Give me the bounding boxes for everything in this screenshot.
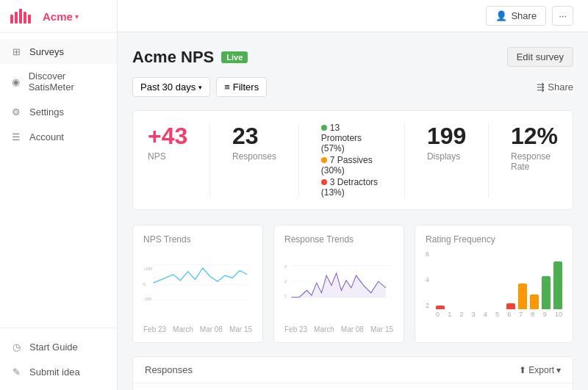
passives-dot	[321, 157, 327, 163]
tab-passives[interactable]: Passives (14)	[237, 383, 329, 390]
response-rate-label: Response Rate	[511, 151, 558, 172]
period-selector[interactable]: Past 30 days ▾	[132, 77, 210, 97]
svg-rect-0	[10, 15, 13, 24]
share-label: Share	[511, 10, 537, 21]
edit-survey-button[interactable]: Edit survey	[507, 47, 573, 67]
detractors-dot	[321, 179, 327, 185]
x-8: 8	[531, 311, 535, 318]
svg-rect-3	[24, 12, 26, 24]
sidebar-item-discover[interactable]: ◉ Discover SatisMeter	[0, 64, 117, 99]
promoters-dot	[321, 125, 327, 131]
promoters-row: 13 Promoters (57%)	[321, 123, 382, 154]
svg-marker-17	[291, 273, 385, 297]
satismeter-logo-icon	[10, 9, 37, 24]
logo-area[interactable]: Acme ▾	[0, 0, 117, 33]
bar-9	[542, 276, 551, 309]
filter-label: Filters	[233, 82, 259, 93]
tab-commented[interactable]: Commented (10)	[421, 383, 526, 390]
svg-text:3: 3	[284, 264, 287, 269]
bar-6	[506, 303, 515, 309]
export-icon: ⬆	[519, 365, 526, 375]
sidebar-item-start-guide[interactable]: ◷ Start Guide	[0, 334, 117, 359]
sidebar-settings-label: Settings	[29, 106, 64, 118]
response-trends-area: 3 2 1	[284, 250, 393, 324]
divider-2	[298, 123, 299, 198]
share-icon: 👤	[495, 10, 507, 21]
sidebar-account-label: Account	[29, 131, 64, 142]
responses-label: Responses	[232, 151, 276, 162]
nps-trends-svg: +100 0 -100	[143, 250, 252, 313]
svg-text:+100: +100	[143, 267, 152, 271]
main-nav: ⊞ Surveys ◉ Discover SatisMeter ⚙ Settin…	[0, 33, 117, 328]
sidebar-surveys-label: Surveys	[29, 46, 64, 57]
sidebar-discover-label: Discover SatisMeter	[29, 71, 107, 93]
bar-8	[530, 295, 539, 309]
tab-detractors[interactable]: Detractors (6)	[329, 383, 421, 390]
divider-1	[209, 123, 210, 198]
sidebar-item-account[interactable]: ☰ Account	[0, 124, 117, 149]
rating-freq-bars: 6 4 2	[426, 250, 562, 309]
response-trends-x-labels: Feb 23 March Mar 08 Mar 15	[284, 325, 393, 333]
account-icon: ☰	[10, 131, 22, 142]
response-trends-svg: 3 2 1	[284, 250, 393, 313]
sidebar-item-settings[interactable]: ⚙ Settings	[0, 99, 117, 124]
nps-x-0: Feb 23	[143, 325, 166, 333]
x-10: 10	[555, 311, 562, 318]
rt-x-3: Mar 15	[370, 325, 393, 333]
nps-trends-title: NPS Trends	[143, 234, 252, 245]
stat-nps: +43 NPS	[148, 123, 187, 162]
period-chevron-icon: ▾	[198, 84, 202, 91]
bar-7	[518, 284, 527, 309]
nps-x-3: Mar 15	[229, 325, 252, 333]
page-title: Acme NPS	[132, 48, 214, 67]
live-badge: Live	[221, 51, 248, 63]
filter-icon: ≡	[224, 82, 230, 93]
page-header: Acme NPS Live Edit survey	[132, 47, 573, 67]
guide-icon: ◷	[10, 341, 22, 353]
x-6: 6	[507, 311, 511, 318]
nps-trends-chart: NPS Trends +100 0 -100 Feb 23 March	[132, 225, 263, 343]
divider-4	[488, 123, 489, 198]
svg-text:2: 2	[284, 279, 287, 284]
period-label: Past 30 days	[140, 82, 196, 93]
responses-title: Responses	[145, 364, 193, 375]
response-trends-chart: Response Trends 3 2 1 Feb 23 M	[273, 225, 404, 343]
promoters-breakdown: 13 Promoters (57%) 7 Passives (30%) 3 De…	[321, 123, 382, 198]
export-button[interactable]: ⬆ Export ▾	[519, 365, 561, 375]
y-4: 4	[426, 276, 429, 284]
share-button[interactable]: 👤 Share	[486, 6, 546, 26]
account-dropdown-icon[interactable]: ▾	[75, 12, 79, 21]
divider-3	[404, 123, 405, 198]
response-trends-title: Response Trends	[284, 234, 393, 245]
start-guide-label: Start Guide	[29, 342, 78, 353]
passives-row: 7 Passives (30%)	[321, 155, 382, 176]
nps-label: NPS	[148, 151, 166, 162]
sidebar-item-submit-idea[interactable]: ✎ Submit idea	[0, 359, 117, 384]
more-button[interactable]: ···	[552, 6, 573, 26]
settings-icon: ⚙	[10, 106, 22, 118]
svg-rect-2	[19, 9, 22, 24]
x-0: 0	[436, 311, 440, 318]
response-rate-value: 12%	[511, 123, 558, 150]
controls-row: Past 30 days ▾ ≡ Filters ⇶ Share	[132, 77, 573, 97]
discover-icon: ◉	[10, 76, 21, 87]
detractors-row: 3 Detractors (13%)	[321, 177, 382, 198]
svg-rect-4	[28, 15, 31, 24]
x-2: 2	[459, 311, 463, 318]
filter-button[interactable]: ≡ Filters	[216, 77, 267, 97]
svg-rect-1	[15, 12, 18, 24]
responses-header: Responses ⬆ Export ▾	[133, 357, 573, 383]
share-sm-icon: ⇶	[537, 82, 545, 93]
tab-promoters[interactable]: Promoters (32)	[139, 383, 237, 390]
sidebar-item-surveys[interactable]: ⊞ Surveys	[0, 39, 117, 64]
main-content: 👤 Share ··· Acme NPS Live Edit survey Pa…	[118, 0, 588, 390]
content-area: Acme NPS Live Edit survey Past 30 days ▾…	[118, 32, 588, 390]
more-label: ···	[559, 10, 567, 21]
nps-x-1: March	[173, 325, 193, 333]
top-bar: 👤 Share ···	[118, 0, 588, 32]
share-small-button[interactable]: ⇶ Share	[537, 82, 573, 93]
nps-value: +43	[148, 123, 187, 150]
svg-text:-100: -100	[143, 297, 151, 301]
nps-x-2: Mar 08	[200, 325, 223, 333]
rt-x-0: Feb 23	[284, 325, 307, 333]
